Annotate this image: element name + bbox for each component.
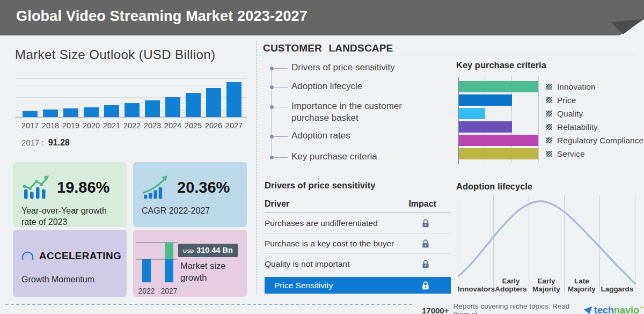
market-bar [145, 100, 160, 117]
technavio-arrow-icon [584, 306, 592, 314]
market-bar [206, 88, 221, 117]
key-purchase-criteria-chart: InnovationPriceQualityRelatabilityRegula… [458, 75, 636, 166]
impact-column-header: Impact [408, 199, 436, 209]
landscape-item-label: Adoption rates [291, 130, 432, 142]
mini-chart-year-2022: 2022 [137, 287, 156, 295]
technavio-logo[interactable]: technavio™ [584, 305, 644, 314]
market-outlook-title: Market Size Outlook (USD Billion) [15, 47, 215, 62]
market-axis-label: 2017 [20, 121, 40, 130]
market-axis-label: 2022 [122, 121, 142, 130]
market-axis-label: 2019 [61, 121, 81, 130]
market-xlabels: 2017201820192020202120222023202420252026… [15, 121, 247, 131]
market-size-chart [15, 72, 247, 118]
kpc-bar [459, 94, 512, 106]
market-bar [186, 93, 201, 117]
market-axis-label: 2024 [163, 121, 183, 130]
stat-card-momentum: ACCELERATING Growth Momentum [13, 230, 127, 297]
adoption-stage-label: Innovators [458, 285, 493, 293]
list-connector-line [273, 157, 288, 158]
report-count: 17000+ [422, 306, 449, 314]
kpc-gridline [538, 76, 539, 162]
lock-icon [421, 260, 429, 268]
legend-swatch-icon [546, 84, 552, 90]
bar-chart-trend-icon [21, 175, 52, 200]
usd-value-badge: USD310.44 Bn [178, 244, 238, 257]
list-connector-line [273, 107, 288, 107]
footer-text: Reports covering niche topics. Read them… [453, 302, 579, 314]
infographic-page: Global Video Streaming Market 2023-2027 … [0, 0, 644, 314]
list-connector-line [273, 68, 288, 69]
brand-navio: navio [614, 305, 639, 314]
lock-icon [421, 219, 429, 228]
footer: 17000+ Reports covering niche topics. Re… [422, 302, 644, 314]
mini-chart-year-2027: 2027 [159, 287, 179, 295]
kpc-legend-label: Innovation [557, 82, 596, 92]
market-axis-label: 2026 [203, 121, 224, 130]
cagr-value: 20.36% [177, 179, 230, 196]
kpc-legend-label: Service [557, 149, 585, 159]
badge-amount: 310.44 Bn [196, 246, 233, 254]
legend-swatch-icon [546, 151, 552, 157]
base-year-label: 2017 : [21, 138, 44, 147]
market-axis-label: 2027 [224, 121, 244, 130]
landscape-item-label: Key purchase criteria [291, 151, 432, 163]
vertical-dashed-divider [256, 41, 257, 294]
lock-icon [421, 281, 429, 290]
market-growth-label: Market size growth [180, 260, 240, 283]
market-axis-label: 2021 [101, 121, 122, 130]
landscape-item-label: Importance in the customer purchase bask… [291, 100, 432, 124]
customer-landscape-title: CUSTOMER LANDSCAPE [263, 42, 393, 54]
market-bar [104, 105, 119, 117]
kpc-legend-label: Quality [557, 109, 583, 119]
driver-label: Purchases are undifferentiated [265, 218, 378, 228]
stat-card-yoy-growth: 19.86% Year-over-Year growth rate of 202… [13, 162, 127, 227]
driver-label: Price Sensitivity [274, 281, 333, 290]
brand-tech: tech [594, 305, 614, 314]
market-bar [84, 107, 99, 117]
driver-label: Purchase is a key cost to the buyer [265, 239, 394, 249]
list-spine-line [272, 64, 272, 159]
base-year-note: 2017 :91.28 [21, 138, 70, 148]
market-bar [43, 109, 58, 117]
brand-trademark: ™ [640, 306, 644, 311]
drivers-table-header: Driver Impact [265, 199, 451, 213]
kpc-bar [459, 108, 485, 119]
cagr-label: CAGR 2022-2027 [133, 200, 247, 216]
yoy-growth-label: Year-over-Year growth rate of 2023 [13, 200, 127, 228]
kpc-legend-item: Innovation [546, 81, 596, 92]
stat-card-cagr: 20.36% CAGR 2022-2027 [133, 162, 247, 227]
key-purchase-criteria-title: Key purchase criteria [456, 60, 546, 70]
momentum-value: ACCELERATING [39, 250, 121, 262]
kpc-legend-item: Service [546, 148, 585, 159]
market-axis-label: 2023 [142, 121, 163, 130]
speedometer-icon [21, 245, 34, 267]
lock-icon [421, 239, 429, 248]
kpc-legend-label: Price [557, 96, 576, 105]
driver-row: Purchase is a key cost to the buyer [265, 233, 451, 254]
page-title: Global Video Streaming Market 2023-2027 [16, 8, 308, 25]
horizontal-dashed-divider [262, 55, 635, 55]
adoption-lifecycle-chart: InnovatorsEarlyAdoptersEarlyMajorityLate… [458, 195, 636, 294]
driver-column-header: Driver [265, 199, 289, 209]
list-connector-line [273, 136, 288, 137]
drivers-table-rows: Purchases are undifferentiatedPurchase i… [265, 213, 451, 294]
driver-label: Quality is not important [265, 259, 350, 269]
market-bar [226, 82, 241, 117]
footer-dashed-line [5, 304, 412, 305]
market-bar [165, 97, 180, 117]
yoy-growth-value: 19.86% [57, 179, 109, 196]
driver-row: Price Sensitivity [265, 277, 451, 294]
badge-currency: USD [183, 248, 194, 254]
kpc-bar [459, 121, 512, 133]
legend-swatch-icon [546, 124, 552, 130]
kpc-legend-label: Regulatory Compliance [557, 136, 643, 145]
kpc-legend-item: Regulatory Compliance [546, 135, 643, 146]
adoption-stage-label: EarlyAdopters [493, 277, 529, 293]
growth-arrow-icon [142, 175, 172, 200]
base-year-value: 91.28 [48, 138, 70, 147]
customer-landscape-list: Drivers of price sensitivityAdoption lif… [270, 62, 449, 165]
market-bar [125, 103, 140, 117]
landscape-item-label: Adoption lifecycle [291, 81, 432, 92]
adoption-stage-label: EarlyMajority [529, 277, 564, 293]
landscape-item-label: Drivers of price sensitivity [291, 62, 432, 74]
